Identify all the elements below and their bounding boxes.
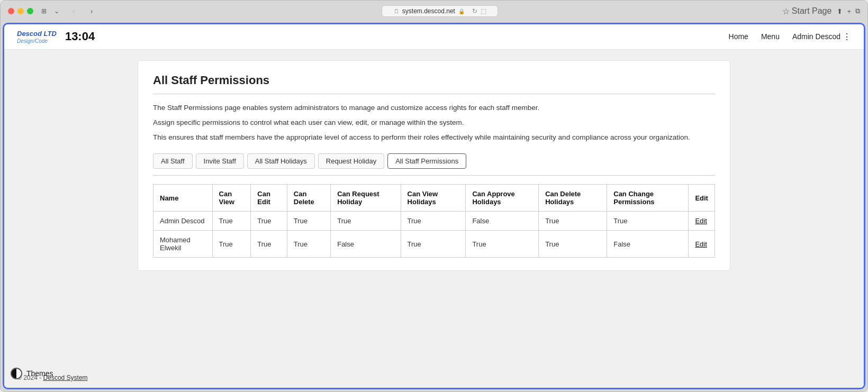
col-can-request-holiday: Can Request Holiday (331, 185, 401, 212)
col-name: Name (153, 185, 213, 212)
cell-can-delete-1: True (287, 231, 330, 258)
cell-change-permissions-1: False (607, 231, 689, 258)
cell-view-holidays-0: True (401, 212, 466, 231)
col-can-edit: Can Edit (251, 185, 287, 212)
chevron-down-icon[interactable]: ⌄ (51, 6, 62, 16)
nav-links: Home Menu Admin Descod ⋮ (729, 32, 851, 42)
main-content: All Staff Permissions The Staff Permissi… (4, 50, 864, 368)
col-can-delete: Can Delete (287, 185, 330, 212)
cell-edit-1[interactable]: Edit (689, 231, 715, 258)
url-display[interactable]: 🗒 system.descod.net 🔒 ↻ ⬚ (382, 5, 498, 17)
col-can-delete-holidays: Can Delete Holidays (539, 185, 607, 212)
minimize-button[interactable] (17, 8, 24, 14)
back-button[interactable]: ‹ (67, 5, 80, 17)
col-can-view-holidays: Can View Holidays (401, 185, 466, 212)
logo-area: Descod LTD Design/Code 13:04 (17, 30, 95, 44)
title-divider (153, 94, 715, 94)
cell-can-view-1: True (212, 231, 251, 258)
desc-p3: This ensures that staff members have the… (153, 132, 715, 143)
table-header-row: Name Can View Can Edit Can Delete Can Re… (153, 185, 715, 212)
description-block: The Staff Permissions page enables syste… (153, 103, 715, 143)
footer: © 2024 - Descod System (4, 368, 864, 388)
start-page-link[interactable]: ☆ Start Page (782, 6, 832, 16)
themes-button[interactable]: Themes (6, 366, 58, 381)
tabs-row: All Staff Invite Staff All Staff Holiday… (153, 153, 715, 176)
logo: Descod LTD Design/Code (17, 30, 57, 44)
app-window: Descod LTD Design/Code 13:04 Home Menu A… (3, 23, 865, 389)
cell-change-permissions-0: True (607, 212, 689, 231)
admin-link[interactable]: Admin Descod ⋮ (792, 32, 851, 42)
url-text: system.descod.net (402, 7, 455, 15)
cell-approve-holidays-1: True (466, 231, 539, 258)
page-icon: 🗒 (394, 8, 399, 14)
cell-request-holiday-0: True (331, 212, 401, 231)
table-row: Mohamed Elwekil True True True False Tru… (153, 231, 715, 258)
maximize-button[interactable] (27, 8, 33, 14)
col-edit: Edit (689, 185, 715, 212)
cell-can-view-0: True (212, 212, 251, 231)
themes-icon (11, 368, 22, 379)
browser-frame: ⊞ ⌄ ‹ › 🗒 system.descod.net 🔒 ↻ ⬚ ☆ Star… (0, 0, 868, 392)
cell-can-edit-1: True (251, 231, 287, 258)
browser-chrome: ⊞ ⌄ ‹ › 🗒 system.descod.net 🔒 ↻ ⬚ ☆ Star… (1, 1, 867, 21)
cell-can-edit-0: True (251, 212, 287, 231)
cell-delete-holidays-1: True (539, 231, 607, 258)
refresh-icon[interactable]: ↻ (472, 7, 477, 15)
traffic-lights (8, 8, 33, 14)
logo-tagline: Design/Code (17, 38, 57, 44)
star-icon: ☆ (782, 6, 790, 16)
sidebar-toggle[interactable]: ⊞ (39, 6, 49, 16)
edit-link-0[interactable]: Edit (695, 217, 707, 225)
more-button[interactable]: ⧉ (855, 7, 860, 15)
tab-invite-staff[interactable]: Invite Staff (196, 153, 244, 169)
tab-request-holiday[interactable]: Request Holiday (318, 153, 384, 169)
cell-view-holidays-1: True (401, 231, 466, 258)
permissions-table: Name Can View Can Edit Can Delete Can Re… (153, 184, 715, 258)
col-can-approve-holidays: Can Approve Holidays (466, 185, 539, 212)
cell-name-1: Mohamed Elwekil (153, 231, 213, 258)
address-bar: 🗒 system.descod.net 🔒 ↻ ⬚ (103, 5, 777, 17)
edit-link-1[interactable]: Edit (695, 240, 707, 248)
cell-request-holiday-1: False (331, 231, 401, 258)
tab-all-staff-holidays[interactable]: All Staff Holidays (247, 153, 315, 169)
share-button[interactable]: ⬆ (837, 7, 843, 15)
cell-name-0: Admin Descod (153, 212, 213, 231)
cell-can-delete-0: True (287, 212, 330, 231)
table-row: Admin Descod True True True True True Fa… (153, 212, 715, 231)
forward-button[interactable]: › (85, 5, 98, 17)
menu-link[interactable]: Menu (761, 32, 780, 41)
start-page-label: Start Page (792, 6, 832, 16)
content-card: All Staff Permissions The Staff Permissi… (138, 60, 730, 271)
page-title: All Staff Permissions (153, 74, 715, 87)
home-link[interactable]: Home (729, 32, 748, 41)
admin-label: Admin Descod (792, 32, 840, 41)
window-controls: ⊞ ⌄ (39, 6, 62, 16)
share-icon[interactable]: ⬚ (481, 7, 486, 15)
themes-label: Themes (26, 369, 53, 378)
cell-delete-holidays-0: True (539, 212, 607, 231)
new-tab-button[interactable]: + (847, 7, 851, 15)
cell-approve-holidays-0: False (466, 212, 539, 231)
desc-p1: The Staff Permissions page enables syste… (153, 103, 715, 113)
close-button[interactable] (8, 8, 14, 14)
more-dots-icon: ⋮ (843, 32, 851, 42)
desc-p2: Assign specific permissions to control w… (153, 117, 715, 128)
clock-display: 13:04 (65, 30, 95, 43)
lock-icon: 🔒 (458, 8, 465, 14)
tab-all-staff-permissions[interactable]: All Staff Permissions (387, 153, 466, 169)
logo-name: Descod LTD (17, 30, 57, 38)
col-can-view: Can View (212, 185, 251, 212)
tab-all-staff[interactable]: All Staff (153, 153, 193, 169)
cell-edit-0[interactable]: Edit (689, 212, 715, 231)
app-header: Descod LTD Design/Code 13:04 Home Menu A… (4, 24, 864, 50)
col-can-change-permissions: Can Change Permissions (607, 185, 689, 212)
